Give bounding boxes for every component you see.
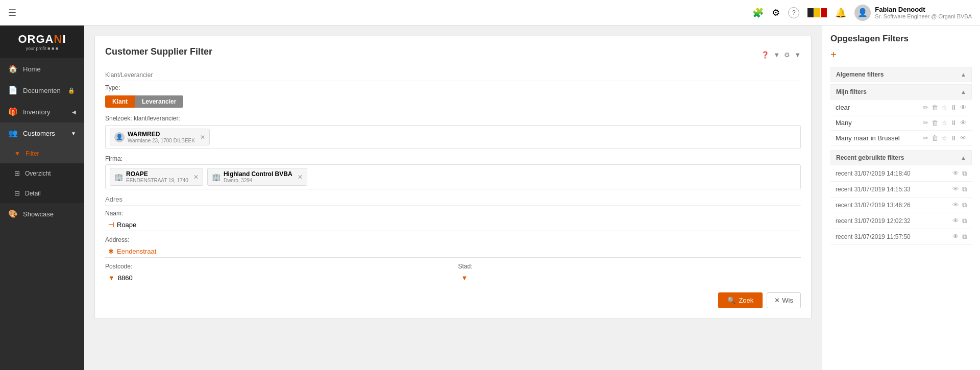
rs-section-recent[interactable]: Recent gebruikte filters ▲: [830, 150, 972, 165]
delete-icon-3[interactable]: 🗑: [932, 134, 938, 142]
filter-item-many: Many ✏ 🗑 ☆ ⏸ 👁: [830, 115, 972, 131]
sidebar-logo: ORGANI your profit ■ ■ ■: [0, 26, 84, 58]
filter-clear-actions: ✏ 🗑 ☆ ⏸ 👁: [923, 104, 967, 111]
naam-input-wrapper: ⊣: [105, 219, 801, 231]
rs-title: Opgeslagen Filters: [830, 34, 972, 44]
star-icon[interactable]: ☆: [941, 104, 947, 111]
eye-icon-r0[interactable]: 👁: [952, 169, 959, 178]
firma-tag-highland-close[interactable]: ✕: [298, 174, 303, 181]
naam-filter-icon: ⊣: [108, 221, 114, 229]
company-tag-addr-1: Dworp, 3294: [224, 178, 292, 183]
sidebar-submenu: ▼ Filter ⊞ Overzicht ⊟ Detail: [0, 144, 84, 203]
chevron-down-icon: ▼: [71, 131, 76, 136]
copy-icon-r3[interactable]: ⧉: [962, 217, 967, 225]
sidebar-item-showcase[interactable]: 🎨 Showcase: [0, 203, 84, 225]
star-icon-2[interactable]: ☆: [941, 119, 947, 127]
sidebar-item-home[interactable]: 🏠 Home: [0, 58, 84, 80]
postcode-label: Postcode:: [105, 263, 448, 270]
copy-icon-r1[interactable]: ⧉: [962, 185, 967, 193]
layout: ORGANI your profit ■ ■ ■ 🏠 Home 📄 Docume…: [0, 26, 980, 370]
klant-leverancier-label: Klant/Leverancier: [105, 69, 801, 81]
topnav: ☰ 🧩 ⚙ ? 🔔 👤 Fabian Denoodt Sr. Software …: [0, 0, 980, 26]
firma-input[interactable]: 🏢 ROAPE EENDENSTRAAT 19, 1740 ✕ 🏢 Highla…: [105, 164, 801, 189]
stad-col: Stad: ▼: [458, 263, 801, 284]
pause-icon[interactable]: ⏸: [950, 104, 957, 111]
type-klant-button[interactable]: Klant: [105, 95, 135, 108]
eye-icon-r1[interactable]: 👁: [952, 185, 959, 193]
sidebar-sub-overzicht[interactable]: ⊞ Overzicht: [0, 163, 84, 183]
wis-button[interactable]: ✕ Wis: [767, 292, 801, 308]
eye-icon-r4[interactable]: 👁: [952, 233, 959, 241]
copy-icon-r4[interactable]: ⧉: [962, 233, 967, 241]
filter-container: Customer Supplier Filter ❓ ▼ ⚙ ▼ Klant/L…: [94, 36, 812, 319]
detail-icon: ⊟: [14, 189, 20, 197]
naam-input[interactable]: [117, 221, 798, 229]
edit-icon-2[interactable]: ✏: [923, 119, 928, 127]
eye-icon-3[interactable]: 👁: [960, 134, 967, 142]
address-input[interactable]: [117, 248, 798, 255]
puzzle-icon[interactable]: 🧩: [752, 7, 764, 18]
sidebar-label-customers: Customers: [23, 130, 55, 137]
sidebar-item-inventory[interactable]: 🎁 Inventory ◀: [0, 101, 84, 122]
rs-section-algemene[interactable]: Algemene filters ▲: [830, 67, 972, 82]
quick-search-input[interactable]: 👤 WARMRED Warmlane 23, 1700 DILBEEK ✕: [105, 125, 801, 149]
gear-icon[interactable]: ⚙: [772, 7, 780, 18]
pause-icon-2[interactable]: ⏸: [950, 119, 957, 127]
edit-icon[interactable]: ✏: [923, 104, 928, 111]
action-row: 🔍 Zoek ✕ Wis: [105, 292, 801, 308]
rs-section-recent-label: Recent gebruikte filters: [836, 154, 904, 161]
sidebar-sub-filter[interactable]: ▼ Filter: [0, 144, 84, 163]
delete-icon-2[interactable]: 🗑: [932, 119, 938, 127]
adres-section: Adres Naam: ⊣ Address: ✱: [105, 195, 801, 284]
eye-icon[interactable]: 👁: [960, 104, 967, 111]
hamburger-icon[interactable]: ☰: [8, 7, 16, 18]
eye-icon-r2[interactable]: 👁: [952, 201, 959, 209]
rs-add-button[interactable]: +: [830, 49, 837, 61]
filter-gear-icon[interactable]: ⚙: [784, 51, 790, 59]
edit-icon-3[interactable]: ✏: [923, 134, 928, 142]
recent-items-list: recent 31/07/2019 14:18:40 👁 ⧉ recent 31…: [830, 166, 972, 245]
document-icon: 📄: [8, 86, 18, 95]
sidebar-item-documenten[interactable]: 📄 Documenten 🔒: [0, 80, 84, 101]
logo-subtitle: your profit ■ ■ ■: [18, 46, 66, 51]
recent-item-label-2: recent 31/07/2019 13:46:26: [836, 202, 911, 209]
home-icon: 🏠: [8, 64, 18, 73]
postcode-input[interactable]: [118, 274, 445, 282]
naam-field: Naam: ⊣: [105, 210, 801, 231]
eye-icon-r3[interactable]: 👁: [952, 217, 959, 225]
user-name: Fabian Denoodt: [875, 6, 972, 13]
sidebar-sub-detail[interactable]: ⊟ Detail: [0, 183, 84, 203]
filter-many-actions: ✏ 🗑 ☆ ⏸ 👁: [923, 119, 967, 127]
eye-icon-2[interactable]: 👁: [960, 119, 967, 127]
filter-expand-icon[interactable]: ▼: [794, 51, 801, 59]
copy-icon-r0[interactable]: ⧉: [962, 169, 967, 178]
user-info[interactable]: 👤 Fabian Denoodt Sr. Software Engineer @…: [854, 5, 972, 21]
star-icon-3[interactable]: ☆: [941, 134, 947, 142]
stad-input[interactable]: [471, 274, 798, 282]
filter-help-icon[interactable]: ❓: [761, 51, 769, 59]
delete-icon[interactable]: 🗑: [932, 104, 938, 111]
chevron-up-icon: ▲: [961, 71, 966, 78]
copy-icon-r2[interactable]: ⧉: [962, 201, 967, 209]
tag-close-icon[interactable]: ✕: [200, 134, 205, 141]
pause-icon-3[interactable]: ⏸: [950, 134, 957, 142]
rs-section-mijn[interactable]: Mijn filters ▲: [830, 84, 972, 100]
type-leverancier-button[interactable]: Leverancier: [135, 95, 183, 108]
showcase-icon: 🎨: [8, 209, 18, 218]
flag-icon[interactable]: [807, 8, 827, 17]
logo: ORGANI: [18, 33, 66, 46]
customers-icon: 👥: [8, 129, 18, 138]
tag-name: WARMRED: [128, 131, 195, 138]
help-icon[interactable]: ?: [788, 7, 799, 18]
company-tag-info-0: ROAPE EENDENSTRAAT 19, 1740: [126, 170, 188, 183]
sidebar-item-customers[interactable]: 👥 Customers ▼: [0, 122, 84, 144]
firma-tag-roape-close[interactable]: ✕: [193, 174, 199, 181]
filter-funnel-icon[interactable]: ▼: [773, 51, 780, 59]
bell-icon[interactable]: 🔔: [835, 7, 846, 18]
recent-item-4: recent 31/07/2019 11:57:50 👁 ⧉: [830, 229, 972, 245]
zoek-button[interactable]: 🔍 Zoek: [718, 292, 763, 308]
sidebar-sub-label-detail: Detail: [25, 190, 41, 197]
postcode-input-wrapper: ▼: [105, 272, 448, 284]
address-required-icon: ✱: [108, 248, 114, 255]
chevron-up-icon-2: ▲: [961, 89, 966, 95]
